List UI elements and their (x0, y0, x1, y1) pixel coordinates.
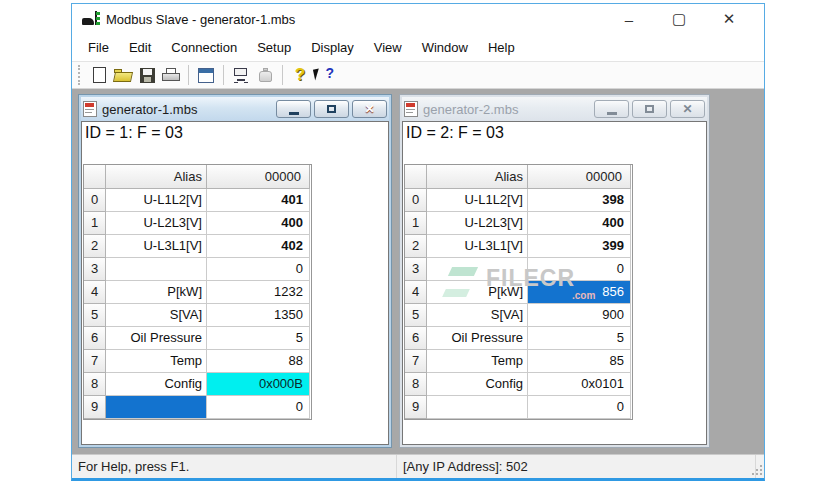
register-value-cell[interactable]: 5 (528, 327, 631, 350)
save-button[interactable] (135, 63, 159, 87)
register-value-cell[interactable]: 400 (528, 212, 631, 235)
toolbar-grip[interactable] (78, 65, 81, 85)
row-number-cell[interactable]: 2 (405, 235, 427, 258)
alias-cell[interactable] (106, 258, 207, 281)
row-number-cell[interactable]: 4 (405, 281, 427, 304)
alias-cell[interactable] (427, 258, 528, 281)
child-restore-button[interactable] (632, 100, 667, 118)
menu-help[interactable]: Help (478, 36, 525, 59)
row-number-cell[interactable]: 7 (405, 350, 427, 373)
row-number-cell[interactable]: 2 (84, 235, 106, 258)
register-value-cell[interactable]: 88 (207, 350, 310, 373)
alias-cell[interactable]: U-L1L2[V] (427, 189, 528, 212)
alias-cell[interactable]: U-L3L1[V] (106, 235, 207, 258)
row-number-cell[interactable]: 4 (84, 281, 106, 304)
alias-cell[interactable]: Config (106, 373, 207, 396)
alias-column-header[interactable]: Alias (106, 165, 207, 189)
menu-setup[interactable]: Setup (247, 36, 301, 59)
register-value-cell[interactable]: 1232 (207, 281, 310, 304)
row-number-cell[interactable]: 3 (84, 258, 106, 281)
alias-cell[interactable]: Oil Pressure (427, 327, 528, 350)
alias-cell[interactable]: Oil Pressure (106, 327, 207, 350)
register-value-cell[interactable]: 0x000B (207, 373, 310, 396)
menu-view[interactable]: View (364, 36, 412, 59)
register-value-cell[interactable]: 0 (207, 258, 310, 281)
row-number-cell[interactable]: 1 (84, 212, 106, 235)
alias-cell[interactable]: U-L1L2[V] (106, 189, 207, 212)
alias-column-header[interactable]: Alias (427, 165, 528, 189)
alias-cell[interactable]: U-L3L1[V] (427, 235, 528, 258)
alias-cell[interactable] (106, 396, 207, 419)
minimize-icon (607, 112, 617, 115)
register-value-cell[interactable]: 0 (207, 396, 310, 419)
alias-cell[interactable]: U-L2L3[V] (106, 212, 207, 235)
child-titlebar[interactable]: generator-2.mbs ✕ (402, 97, 707, 121)
alias-cell[interactable]: Temp (106, 350, 207, 373)
alias-cell[interactable] (427, 396, 528, 419)
new-file-button[interactable] (87, 63, 111, 87)
alias-cell[interactable]: U-L2L3[V] (427, 212, 528, 235)
register-value-cell[interactable]: 399 (528, 235, 631, 258)
row-number-cell[interactable]: 5 (84, 304, 106, 327)
register-value-cell[interactable]: 856 (528, 281, 631, 304)
help-icon: ? (295, 65, 305, 85)
register-value-cell[interactable]: 402 (207, 235, 310, 258)
row-number-cell[interactable]: 0 (405, 189, 427, 212)
alias-cell[interactable]: S[VA] (427, 304, 528, 327)
row-number-cell[interactable]: 1 (405, 212, 427, 235)
open-file-button[interactable] (111, 63, 135, 87)
alias-cell[interactable]: Temp (427, 350, 528, 373)
print-button[interactable] (159, 63, 183, 87)
register-column-header[interactable]: 00000 (528, 165, 631, 189)
register-column-header[interactable]: 00000 (207, 165, 310, 189)
menu-edit[interactable]: Edit (119, 36, 161, 59)
row-number-cell[interactable]: 6 (84, 327, 106, 350)
register-value-cell[interactable]: 0x0101 (528, 373, 631, 396)
register-value-cell[interactable]: 1350 (207, 304, 310, 327)
menu-file[interactable]: File (78, 36, 119, 59)
child-titlebar[interactable]: generator-1.mbs ✕ (81, 97, 389, 121)
child-minimize-button[interactable] (594, 100, 629, 118)
communication-button[interactable] (253, 63, 277, 87)
child-restore-button[interactable] (314, 100, 349, 118)
child-close-button[interactable]: ✕ (352, 100, 387, 118)
alias-cell[interactable]: Config (427, 373, 528, 396)
menu-display[interactable]: Display (301, 36, 364, 59)
row-number-cell[interactable]: 3 (405, 258, 427, 281)
register-value-cell[interactable]: 5 (207, 327, 310, 350)
row-number-cell[interactable]: 7 (84, 350, 106, 373)
help-button[interactable]: ? (288, 63, 312, 87)
row-number-cell[interactable]: 9 (84, 396, 106, 419)
alias-cell[interactable]: P[kW] (427, 281, 528, 304)
row-number-cell[interactable]: 5 (405, 304, 427, 327)
close-button[interactable]: ✕ (704, 6, 754, 32)
alias-cell[interactable]: S[VA] (106, 304, 207, 327)
display-setup-button[interactable] (194, 63, 218, 87)
menu-window[interactable]: Window (412, 36, 478, 59)
row-number-cell[interactable]: 0 (84, 189, 106, 212)
register-value-cell[interactable]: 0 (528, 396, 631, 419)
register-value-cell[interactable]: 900 (528, 304, 631, 327)
register-value-cell[interactable]: 400 (207, 212, 310, 235)
minimize-button[interactable]: – (604, 6, 654, 32)
alias-cell[interactable]: P[kW] (106, 281, 207, 304)
row-number-cell[interactable]: 8 (84, 373, 106, 396)
row-number-cell[interactable]: 8 (405, 373, 427, 396)
row-number-cell[interactable]: 6 (405, 327, 427, 350)
row-number-header[interactable] (84, 165, 106, 189)
register-value-cell[interactable]: 398 (528, 189, 631, 212)
titlebar[interactable]: Modbus Slave - generator-1.mbs – ▢ ✕ (72, 4, 764, 34)
row-number-header[interactable] (405, 165, 427, 189)
register-value-cell[interactable]: 85 (528, 350, 631, 373)
maximize-button[interactable]: ▢ (654, 6, 704, 32)
menu-connection[interactable]: Connection (161, 36, 247, 59)
table-row: 0U-L1L2[V]401 (84, 189, 311, 212)
register-value-cell[interactable]: 401 (207, 189, 310, 212)
child-minimize-button[interactable] (276, 100, 311, 118)
context-help-button[interactable]: ? (312, 63, 336, 87)
poll-definition-button[interactable] (229, 63, 253, 87)
resize-grip[interactable] (750, 463, 762, 475)
row-number-cell[interactable]: 9 (405, 396, 427, 419)
child-close-button[interactable]: ✕ (670, 100, 705, 118)
register-value-cell[interactable]: 0 (528, 258, 631, 281)
